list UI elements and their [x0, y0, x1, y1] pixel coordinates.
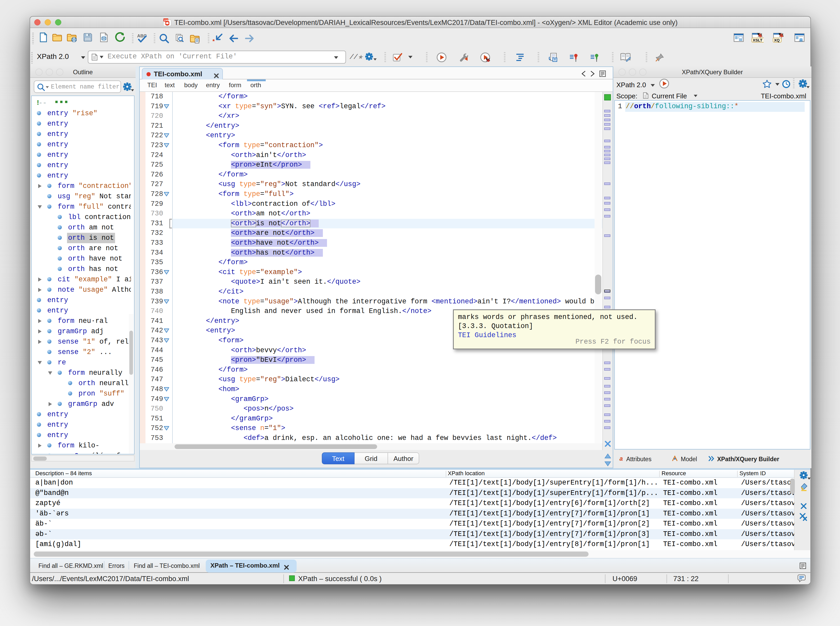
svg-text:XQ: XQ	[774, 38, 780, 42]
svg-text:*: *	[212, 38, 215, 44]
svg-text:XML: XML	[164, 19, 169, 22]
svg-text:XSLT: XSLT	[753, 38, 762, 42]
